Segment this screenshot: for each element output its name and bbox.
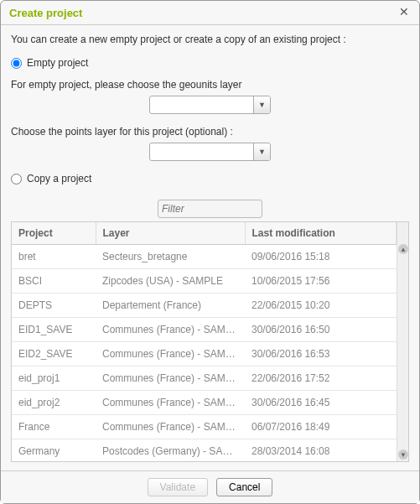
cell-layer: Communes (France) - SAMPLE xyxy=(96,415,245,439)
col-project-header[interactable]: Project xyxy=(12,222,96,245)
cell-project: eid_proj2 xyxy=(12,391,96,415)
cell-modified: 28/03/2014 16:08 xyxy=(245,439,397,462)
geounits-label: For empty project, please choose the geo… xyxy=(11,79,409,91)
table-row[interactable]: BSCIZipcodes (USA) - SAMPLE10/06/2015 17… xyxy=(12,269,397,294)
cell-layer: Departement (France) xyxy=(96,294,245,318)
create-project-dialog: Create project ✕ You can create a new em… xyxy=(0,0,420,504)
table-row[interactable]: DEPTSDepartement (France)22/06/2015 10:2… xyxy=(12,294,397,318)
cell-project: EID1_SAVE xyxy=(12,318,96,342)
radio-copy-label: Copy a project xyxy=(27,173,91,184)
table-row[interactable]: bretSecteurs_bretagne09/06/2016 15:18 xyxy=(12,245,397,269)
dialog-header: Create project ✕ xyxy=(1,1,419,25)
cell-layer: Zipcodes (USA) - SAMPLE xyxy=(96,269,245,294)
cell-project: eid_proj1 xyxy=(12,366,96,391)
table-row[interactable]: FranceCommunes (France) - SAMPLE06/07/20… xyxy=(12,415,397,439)
radio-empty-project[interactable]: Empty project xyxy=(11,57,409,69)
cell-layer: Secteurs_bretagne xyxy=(96,245,245,269)
projects-table-wrap: Project Layer Last modification bretSect… xyxy=(11,221,409,462)
cell-layer: Communes (France) - SAMPLE xyxy=(96,318,245,342)
scroll-up-icon[interactable]: ▲ xyxy=(398,244,408,254)
points-label: Choose the points layer for this project… xyxy=(11,126,409,138)
radio-copy-project[interactable]: Copy a project xyxy=(11,173,409,184)
cell-modified: 22/06/2016 17:52 xyxy=(245,366,397,391)
cell-modified: 22/06/2015 10:20 xyxy=(245,294,397,318)
points-select[interactable]: ▼ xyxy=(149,143,271,161)
cell-project: Germany xyxy=(12,439,96,462)
geounits-select-value xyxy=(150,96,253,113)
dialog-title: Create project xyxy=(9,7,82,19)
cancel-button[interactable]: Cancel xyxy=(216,478,272,496)
close-icon[interactable]: ✕ xyxy=(397,6,411,19)
cell-modified: 06/07/2016 18:49 xyxy=(245,415,397,439)
cell-layer: Communes (France) - SAMPLE xyxy=(96,366,245,391)
scroll-down-icon[interactable]: ▼ xyxy=(398,449,408,460)
table-row[interactable]: EID1_SAVECommunes (France) - SAMPLE30/06… xyxy=(12,318,397,342)
cell-layer: Communes (France) - SAMPLE xyxy=(96,342,245,366)
scrollbar[interactable]: ▲ ▼ xyxy=(397,222,408,461)
table-row[interactable]: GermanyPostcodes (Germany) - SAMPLE28/03… xyxy=(12,439,397,462)
cell-modified: 10/06/2015 17:56 xyxy=(245,269,397,294)
cell-layer: Communes (France) - SAMPLE xyxy=(96,391,245,415)
cell-project: BSCI xyxy=(12,269,96,294)
cell-modified: 30/06/2016 16:50 xyxy=(245,318,397,342)
radio-empty-input[interactable] xyxy=(11,58,22,69)
validate-button[interactable]: Validate xyxy=(148,478,208,496)
radio-empty-label: Empty project xyxy=(27,57,88,69)
projects-table: Project Layer Last modification bretSect… xyxy=(12,222,397,461)
col-modified-header[interactable]: Last modification xyxy=(245,222,397,245)
cell-modified: 30/06/2016 16:45 xyxy=(245,391,397,415)
cell-project: bret xyxy=(12,245,96,269)
table-row[interactable]: eid_proj1Communes (France) - SAMPLE22/06… xyxy=(12,366,397,391)
chevron-down-icon[interactable]: ▼ xyxy=(253,143,270,160)
dialog-footer: Validate Cancel xyxy=(1,470,419,503)
table-row[interactable]: eid_proj2Communes (France) - SAMPLE30/06… xyxy=(12,391,397,415)
dialog-body: You can create a new empty project or cr… xyxy=(1,25,419,470)
cell-modified: 30/06/2016 16:53 xyxy=(245,342,397,366)
filter-input[interactable] xyxy=(162,203,288,215)
table-row[interactable]: EID2_SAVECommunes (France) - SAMPLE30/06… xyxy=(12,342,397,366)
intro-text: You can create a new empty project or cr… xyxy=(11,34,409,45)
table-header-row: Project Layer Last modification xyxy=(12,222,397,245)
cell-project: France xyxy=(12,415,96,439)
geounits-select[interactable]: ▼ xyxy=(149,96,271,114)
radio-copy-input[interactable] xyxy=(11,174,22,184)
cell-modified: 09/06/2016 15:18 xyxy=(245,245,397,269)
chevron-down-icon[interactable]: ▼ xyxy=(253,96,270,113)
col-layer-header[interactable]: Layer xyxy=(96,222,245,245)
filter-box[interactable] xyxy=(158,200,262,218)
cell-project: DEPTS xyxy=(12,294,96,318)
points-select-value xyxy=(150,143,253,160)
cell-project: EID2_SAVE xyxy=(12,342,96,366)
cell-layer: Postcodes (Germany) - SAMPLE xyxy=(96,439,245,462)
